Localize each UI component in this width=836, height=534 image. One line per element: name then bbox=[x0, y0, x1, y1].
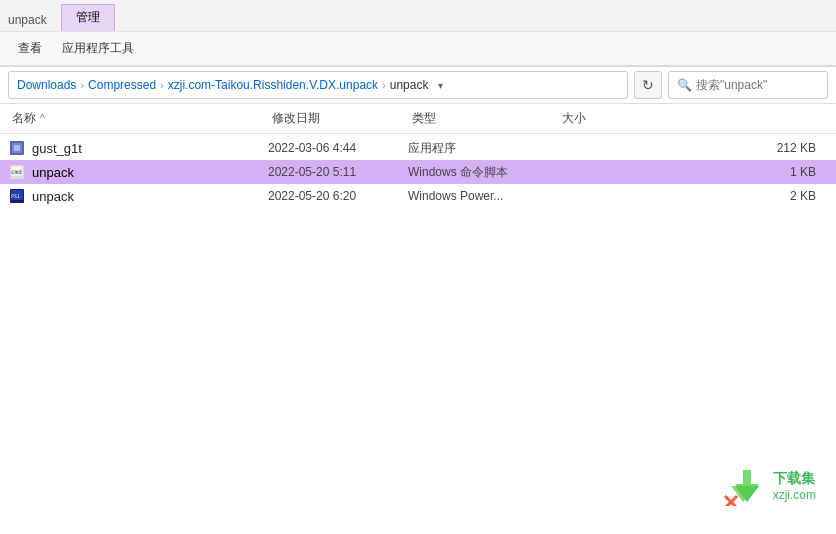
column-headers: 名称 ^ 修改日期 类型 大小 bbox=[0, 104, 836, 134]
main-content: gust_g1t 2022-03-06 4:44 应用程序 212 KB cmd… bbox=[0, 134, 836, 534]
ps-icon: PS1 bbox=[8, 187, 26, 205]
file-name: unpack bbox=[32, 165, 74, 180]
folder-title: unpack bbox=[8, 13, 61, 31]
watermark-logo: 下载集 xzji.com bbox=[723, 466, 816, 506]
search-icon: 🔍 bbox=[677, 78, 692, 92]
refresh-icon: ↻ bbox=[642, 77, 654, 93]
breadcrumb[interactable]: Downloads › Compressed › xzji.com-Taikou… bbox=[8, 71, 628, 99]
svg-text:cmd: cmd bbox=[11, 168, 22, 175]
file-date: 2022-05-20 5:11 bbox=[268, 165, 408, 179]
breadcrumb-dropdown-icon[interactable]: ▾ bbox=[438, 80, 443, 91]
col-header-name[interactable]: 名称 ^ bbox=[8, 108, 268, 129]
file-size: 2 KB bbox=[558, 189, 828, 203]
file-list: gust_g1t 2022-03-06 4:44 应用程序 212 KB cmd… bbox=[0, 134, 836, 210]
file-name-cell: cmd unpack bbox=[8, 163, 268, 181]
file-name-cell: PS1 unpack bbox=[8, 187, 268, 205]
file-size: 1 KB bbox=[558, 165, 828, 179]
watermark-icon bbox=[723, 466, 771, 506]
file-name: unpack bbox=[32, 189, 74, 204]
table-row[interactable]: cmd unpack 2022-05-20 5:11 Windows 命令脚本 … bbox=[0, 160, 836, 184]
table-row[interactable]: PS1 unpack 2022-05-20 6:20 Windows Power… bbox=[0, 184, 836, 208]
watermark: 下载集 xzji.com bbox=[723, 466, 816, 506]
file-size: 212 KB bbox=[558, 141, 828, 155]
tools-button[interactable]: 应用程序工具 bbox=[52, 36, 144, 61]
breadcrumb-current: unpack bbox=[390, 78, 429, 92]
address-bar: Downloads › Compressed › xzji.com-Taikou… bbox=[0, 67, 836, 104]
search-input[interactable] bbox=[696, 78, 816, 92]
file-date: 2022-05-20 6:20 bbox=[268, 189, 408, 203]
refresh-button[interactable]: ↻ bbox=[634, 71, 662, 99]
ribbon: unpack 管理 查看 应用程序工具 bbox=[0, 0, 836, 67]
tab-manage[interactable]: 管理 bbox=[61, 4, 115, 31]
app-icon bbox=[8, 139, 26, 157]
svg-rect-2 bbox=[14, 145, 20, 151]
file-date: 2022-03-06 4:44 bbox=[268, 141, 408, 155]
cmd-icon: cmd bbox=[8, 163, 26, 181]
table-row[interactable]: gust_g1t 2022-03-06 4:44 应用程序 212 KB bbox=[0, 136, 836, 160]
col-header-date[interactable]: 修改日期 bbox=[268, 108, 408, 129]
file-type: 应用程序 bbox=[408, 140, 558, 157]
search-box[interactable]: 🔍 bbox=[668, 71, 828, 99]
col-header-type[interactable]: 类型 bbox=[408, 108, 558, 129]
breadcrumb-item-downloads[interactable]: Downloads bbox=[17, 78, 76, 92]
breadcrumb-sep-1: › bbox=[80, 79, 84, 91]
breadcrumb-item-folder[interactable]: xzji.com-Taikou.Risshiden.V.DX.unpack bbox=[168, 78, 378, 92]
file-type: Windows 命令脚本 bbox=[408, 164, 558, 181]
ribbon-toolbar: 查看 应用程序工具 bbox=[0, 31, 836, 66]
file-name-cell: gust_g1t bbox=[8, 139, 268, 157]
ribbon-tabs: unpack 管理 bbox=[0, 0, 836, 31]
breadcrumb-sep-2: › bbox=[160, 79, 164, 91]
svg-text:PS1: PS1 bbox=[11, 193, 20, 199]
watermark-text2: xzji.com bbox=[773, 488, 816, 502]
file-name: gust_g1t bbox=[32, 141, 82, 156]
view-button[interactable]: 查看 bbox=[8, 36, 52, 61]
watermark-text1: 下载集 bbox=[773, 470, 815, 488]
breadcrumb-sep-3: › bbox=[382, 79, 386, 91]
sort-arrow-icon: ^ bbox=[40, 113, 45, 124]
file-type: Windows Power... bbox=[408, 189, 558, 203]
col-header-size[interactable]: 大小 bbox=[558, 108, 828, 129]
breadcrumb-item-compressed[interactable]: Compressed bbox=[88, 78, 156, 92]
